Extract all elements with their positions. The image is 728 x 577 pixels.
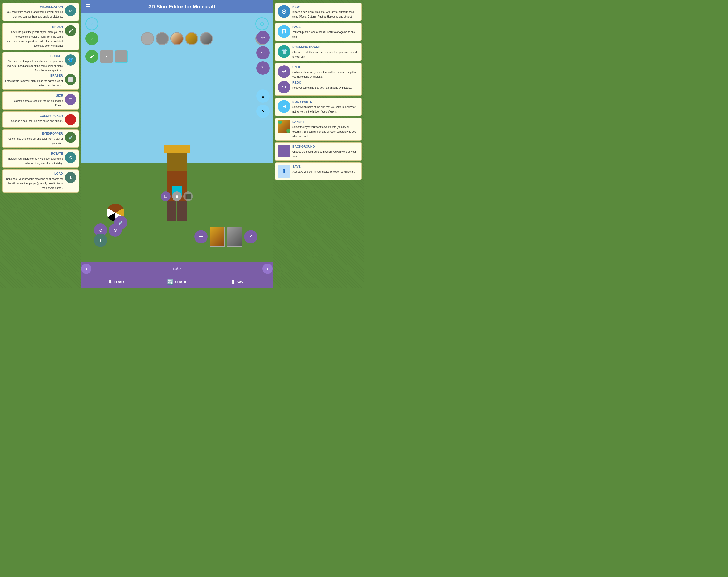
layers-button[interactable]: 👁 xyxy=(256,105,269,118)
new-icon-circle[interactable]: ⊕ xyxy=(278,5,290,18)
brush-desc: Useful to paint the pixels of your skin,… xyxy=(7,31,63,47)
center-panel: ☰ 3D Skin Editor for Minecraft ⧄ ⊕ ⧄ xyxy=(81,0,272,288)
bucket-icon-circle[interactable]: 🪣 xyxy=(65,54,76,66)
char-leg-right xyxy=(177,201,187,222)
undo-desc: Go back whenever you did that not like o… xyxy=(292,71,356,78)
dressing-icon-circle[interactable]: 👕 xyxy=(278,45,290,58)
new-desc: Initiate a new blank project or with any… xyxy=(292,11,354,18)
color-picker-icon[interactable] xyxy=(65,114,76,125)
tools-toolbar: ⧄ 🖼 xyxy=(81,31,272,46)
layers-title: LAYERS xyxy=(292,120,359,124)
redo2-button[interactable]: ↻ xyxy=(256,61,269,75)
eraser-icon-circle[interactable]: ⬜ xyxy=(65,74,76,85)
size-med-button[interactable]: ■ xyxy=(172,192,182,201)
save-title: SAVE xyxy=(292,165,359,168)
face-thumb-skin-2[interactable] xyxy=(185,32,198,45)
top-toolbar: ⧄ ⊕ xyxy=(81,15,272,32)
app-header: ☰ 3D Skin Editor for Minecraft xyxy=(81,0,272,13)
face-icon-circle[interactable]: 🖼 xyxy=(278,25,290,38)
rotate-title: ROTATE xyxy=(5,152,63,155)
char-leg-left xyxy=(167,201,176,222)
face-thumb-gray-2[interactable] xyxy=(156,32,169,45)
eye-left-button[interactable]: 👁 xyxy=(194,230,208,243)
rotate-right-button[interactable]: ⊙ xyxy=(109,224,122,237)
undo-redo-card: ↩ UNDO Go back whenever you did that not… xyxy=(275,63,362,96)
redo-button[interactable]: ↪ xyxy=(256,46,269,59)
hamburger-button[interactable]: ☰ xyxy=(85,3,90,10)
skin-preview-img-back xyxy=(228,227,242,246)
visualization-icon-circle[interactable]: ⧄ xyxy=(65,5,76,16)
layers-desc: Select the layer you want to works with … xyxy=(292,126,356,137)
save-icon-box[interactable]: ⬆ xyxy=(278,165,290,177)
skin-preview-back xyxy=(227,227,242,247)
redo-text: REDO Recover something that you had undo… xyxy=(292,81,352,90)
load-screen-button-container: ⬇ xyxy=(94,234,107,247)
bucket-row: BUCKET You can use it to paint an entire… xyxy=(5,54,76,72)
load-icon-circle[interactable]: ⬇ xyxy=(65,172,76,183)
size-small-button[interactable]: □ xyxy=(161,192,171,201)
size-icon-circle[interactable]: □ xyxy=(65,94,76,105)
body-parts-card: ⊞ BODY PARTS Select which parts of the s… xyxy=(275,98,362,116)
eyedropper-icon-circle[interactable]: 💉 xyxy=(65,132,76,143)
rotate-icon-circle[interactable]: ⊙ xyxy=(65,152,76,163)
char-hat xyxy=(164,145,190,153)
gray-square-1[interactable]: ▪ xyxy=(100,50,113,63)
size-card: SIZE Select the area of effect of the Br… xyxy=(2,92,79,110)
redo-row: ↪ REDO Recover something that you had un… xyxy=(278,81,352,94)
brush-button[interactable]: 🖌 xyxy=(85,50,99,63)
brush-icon-circle[interactable]: 🖌 xyxy=(65,25,76,36)
char-legs xyxy=(152,201,202,222)
visualization-card: VISUALIZATION You can rotate zoom in and… xyxy=(2,3,79,21)
load-title: LOAD xyxy=(5,172,63,175)
face-thumb-gray-1[interactable] xyxy=(141,32,154,45)
share-action-label: SHARE xyxy=(175,280,187,284)
visualization-button[interactable]: ⧄ xyxy=(85,17,99,30)
skin-preview-front xyxy=(210,227,225,247)
redo-title: REDO xyxy=(292,81,352,84)
bucket-title: BUCKET xyxy=(5,54,63,58)
body-parts-icon-circle[interactable]: ⊞ xyxy=(278,100,290,113)
right-tools: ↩ ↪ ↻ xyxy=(256,31,269,75)
bucket-eraser-card: BUCKET You can use it to paint an entire… xyxy=(2,52,79,90)
share-action-button[interactable]: 🔄 SHARE xyxy=(167,279,187,285)
face-thumb-skin-1[interactable] xyxy=(170,32,184,45)
undo-button[interactable]: ↩ xyxy=(256,31,269,44)
body-parts-button[interactable]: ⊞ xyxy=(256,90,269,103)
app-screen: ⧄ ⊕ ⧄ 🖼 🖌 ▪ ▫ xyxy=(81,13,272,262)
brush-icon: 🖌 xyxy=(68,28,73,33)
color-picker-text: COLOR PICKER Choose a color for use with… xyxy=(5,114,63,123)
dressing-title: DRESSING ROOM: xyxy=(292,45,359,49)
new-title: NEW: xyxy=(292,5,359,9)
redo-icon-circle[interactable]: ↪ xyxy=(278,81,290,94)
face-thumb-skin-3[interactable] xyxy=(200,32,213,45)
undo-icon-circle[interactable]: ↩ xyxy=(278,65,290,78)
size-large-button[interactable]: ⬛ xyxy=(183,192,193,201)
save-action-button[interactable]: ⬆ SAVE xyxy=(231,279,246,285)
skin-preview-img xyxy=(210,227,225,246)
size-desc: Select the area of effect of the Brush a… xyxy=(13,100,63,107)
load-screen-button[interactable]: ⬇ xyxy=(94,234,107,247)
background-title: BACKGROUND xyxy=(292,145,359,148)
new-button[interactable]: ⊕ xyxy=(255,17,268,30)
share-action-icon: 🔄 xyxy=(167,279,173,285)
gray-square-2[interactable]: ▫ xyxy=(115,50,128,63)
layers-edit-dot xyxy=(286,129,290,133)
nav-left-arrow[interactable]: ‹ xyxy=(81,264,92,274)
load-icon: ⬇ xyxy=(69,175,72,180)
nav-right-arrow[interactable]: › xyxy=(262,264,272,274)
undo-row: ↩ UNDO Go back whenever you did that not… xyxy=(278,65,359,79)
load-text: LOAD Bring back your previous creations … xyxy=(5,172,63,190)
color-picker-card: COLOR PICKER Choose a color for use with… xyxy=(2,111,79,128)
size-title: SIZE xyxy=(5,94,63,98)
size-text: SIZE Select the area of effect of the Br… xyxy=(5,94,63,107)
cube-button[interactable]: ⧄ xyxy=(85,32,99,45)
app-title: 3D Skin Editor for Minecraft xyxy=(96,4,268,10)
redo-desc: Recover something that you had undone by… xyxy=(292,86,352,89)
brush-card: BRUSH Useful to paint the pixels of your… xyxy=(2,23,79,50)
eye-right-button[interactable]: 👁 xyxy=(244,230,257,243)
brush-title: BRUSH xyxy=(5,25,63,29)
minecraft-character xyxy=(152,145,202,232)
undo-text: UNDO Go back whenever you did that not l… xyxy=(292,65,359,79)
rotate-icon: ⊙ xyxy=(69,155,72,160)
load-action-button[interactable]: ⬇ LOAD xyxy=(108,279,124,285)
